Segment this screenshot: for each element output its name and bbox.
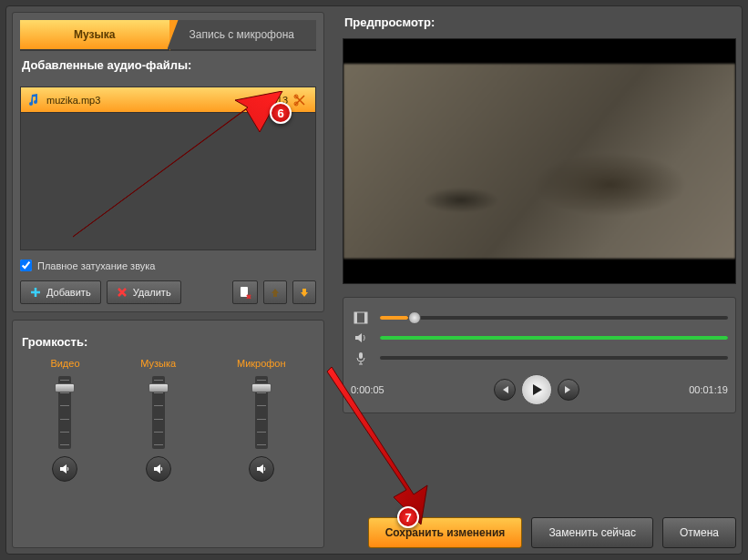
volume-video-label: Видео	[50, 358, 79, 369]
play-icon	[529, 382, 544, 397]
time-current: 0:00:05	[351, 384, 384, 395]
speaker-icon	[152, 463, 165, 475]
x-icon	[117, 287, 128, 298]
delete-button-label: Удалить	[133, 287, 171, 298]
delete-button[interactable]: Удалить	[107, 280, 181, 304]
volume-mic-mute[interactable]	[249, 456, 274, 482]
mic-track-slider[interactable]	[380, 356, 728, 360]
arrow-down-icon	[299, 287, 310, 298]
fade-checkbox-row[interactable]: Плавное затухание звука	[20, 260, 316, 271]
speaker-icon	[58, 463, 71, 475]
svg-rect-6	[359, 352, 363, 359]
preview-heading: Предпросмотр:	[344, 15, 736, 29]
microphone-icon	[351, 351, 371, 365]
audio-list: muzika.mp3 0:04:13	[20, 87, 316, 250]
fade-label: Плавное затухание звука	[37, 260, 155, 271]
add-button[interactable]: Добавить	[20, 280, 101, 304]
preview-frame	[343, 64, 735, 259]
audio-files-heading: Добавленные аудио-файлы:	[22, 58, 316, 72]
clear-list-button[interactable]	[232, 280, 258, 304]
tab-microphone-label: Запись с микрофона	[190, 28, 294, 41]
volume-music-mute[interactable]	[146, 456, 171, 482]
svg-rect-5	[364, 312, 367, 323]
cancel-button[interactable]: Отмена	[662, 517, 736, 548]
film-icon	[351, 311, 371, 325]
play-button[interactable]	[521, 374, 552, 405]
move-down-button[interactable]	[292, 280, 316, 304]
prev-button[interactable]	[494, 379, 516, 401]
save-button[interactable]: Сохранить изменения	[368, 517, 523, 548]
skip-back-icon	[499, 384, 510, 395]
plus-icon	[30, 287, 41, 298]
volume-music-slider[interactable]	[152, 376, 165, 449]
cancel-button-label: Отмена	[680, 526, 719, 539]
volume-video-slider[interactable]	[58, 376, 71, 449]
audio-duration: 0:04:13	[254, 95, 288, 106]
tab-music[interactable]: Музыка	[20, 20, 169, 49]
volume-heading: Громкость:	[22, 335, 316, 349]
save-button-label: Сохранить изменения	[385, 526, 506, 539]
tab-music-label: Музыка	[74, 28, 115, 41]
tab-microphone[interactable]: Запись с микрофона	[168, 20, 317, 49]
next-button[interactable]	[558, 379, 579, 401]
speaker-icon	[255, 463, 268, 475]
svg-rect-4	[354, 312, 357, 323]
replace-button-label: Заменить сейчас	[548, 526, 636, 539]
skip-forward-icon	[563, 384, 574, 395]
move-up-button[interactable]	[263, 280, 287, 304]
speaker-icon	[351, 331, 371, 345]
volume-mic-slider[interactable]	[255, 376, 268, 449]
time-total: 00:01:19	[689, 384, 728, 395]
audio-filename: muzika.mp3	[46, 95, 254, 106]
volume-mic-label: Микрофон	[237, 358, 286, 369]
add-button-label: Добавить	[46, 287, 91, 298]
fade-checkbox[interactable]	[20, 260, 32, 271]
scissors-icon[interactable]	[293, 94, 308, 107]
replace-button[interactable]: Заменить сейчас	[531, 517, 653, 548]
preview-viewport	[343, 38, 736, 284]
volume-music-label: Музыка	[140, 358, 176, 369]
audio-track-slider[interactable]	[380, 336, 728, 340]
volume-video-mute[interactable]	[52, 456, 77, 482]
audio-item[interactable]: muzika.mp3 0:04:13	[21, 87, 315, 113]
clear-icon	[239, 286, 251, 299]
arrow-up-icon	[270, 287, 281, 298]
video-track-slider[interactable]	[380, 316, 728, 320]
music-note-icon	[28, 94, 41, 107]
